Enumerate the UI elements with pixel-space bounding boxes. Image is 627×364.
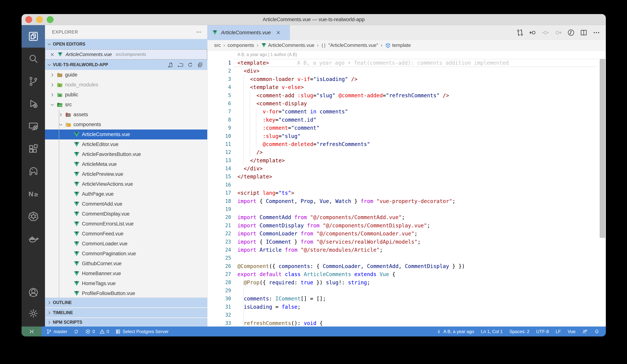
tree-item-ArticleFavoritesButton-vue[interactable]: ArticleFavoritesButton.vue	[45, 149, 207, 159]
change-indicator-button[interactable]	[542, 29, 549, 36]
code-line-24[interactable]: 24import Article from "@/store/modules/A…	[208, 246, 606, 254]
section-outline[interactable]: OUTLINE	[45, 298, 207, 308]
code-line-4[interactable]: 4 <template v-else>	[208, 83, 606, 91]
code-line-29[interactable]: 29	[208, 287, 606, 295]
tree-item-assets[interactable]: assets	[45, 110, 207, 120]
open-editor-item[interactable]: ArticleComments.vue src/components	[45, 49, 207, 60]
breadcrumb-item[interactable]: src	[214, 42, 221, 48]
tree-item-components[interactable]: components	[45, 120, 207, 130]
code-line-18[interactable]: 18import { Component, Prop, Vue, Watch }…	[208, 197, 606, 205]
new-file-button[interactable]	[168, 62, 173, 68]
code-line-13[interactable]: 13 </template>	[208, 156, 606, 164]
code-line-33[interactable]: 33 refreshComments(): void {	[208, 319, 606, 327]
status-encoding[interactable]: UTF-8	[536, 329, 549, 334]
code-line-22[interactable]: 22import CommonLoader from "@/components…	[208, 230, 606, 238]
tree-item-CommonErrorsList-vue[interactable]: CommonErrorsList.vue	[45, 219, 207, 229]
code-line-17[interactable]: 17<script lang="ts">	[208, 189, 606, 197]
activity-item-remote-explorer[interactable]	[22, 115, 45, 138]
status-feedback[interactable]	[582, 329, 587, 334]
status-indentation[interactable]: Spaces: 2	[509, 329, 529, 334]
status-language-mode[interactable]: Vue	[568, 329, 575, 334]
close-icon[interactable]	[50, 52, 55, 57]
breadcrumb-item[interactable]: components	[227, 42, 254, 48]
tree-item-HomeBanner-vue[interactable]: HomeBanner.vue	[45, 269, 207, 278]
tree-item-CommentDisplay-vue[interactable]: CommentDisplay.vue	[45, 209, 207, 219]
remote-indicator[interactable]	[22, 326, 42, 336]
code-editor[interactable]: 1<template>A B, a year ago • feat(commen…	[208, 59, 606, 326]
activity-item-accounts[interactable]	[22, 282, 45, 303]
code-line-2[interactable]: 2 <div>	[208, 67, 606, 75]
code-line-9[interactable]: 9 :comment="comment"	[208, 124, 606, 132]
tab-article-comments[interactable]: ArticleComments.vue	[208, 25, 290, 40]
code-line-11[interactable]: 11 @comment-deleted="refreshComments"	[208, 140, 606, 148]
section-timeline[interactable]: TIMELINE	[45, 308, 207, 318]
zoom-window-button[interactable]	[47, 16, 53, 23]
close-tab-icon[interactable]	[276, 30, 281, 35]
code-line-6[interactable]: 6 <comment-display	[208, 100, 606, 107]
code-line-1[interactable]: 1<template>A B, a year ago • feat(commen…	[208, 59, 606, 67]
tree-item-ArticleComments-vue[interactable]: ArticleComments.vue	[45, 130, 207, 139]
tree-item-ArticleViewActions-vue[interactable]: ArticleViewActions.vue	[45, 179, 207, 189]
breadcrumb-item[interactable]: { }"ArticleComments.vue"	[321, 42, 378, 48]
split-editor-button[interactable]	[580, 29, 587, 36]
activity-item-postgresql[interactable]	[22, 160, 45, 183]
new-folder-button[interactable]	[178, 62, 183, 68]
tree-item-CommonLoader-vue[interactable]: CommonLoader.vue	[45, 239, 207, 249]
activity-item-nx-console[interactable]: N≥	[22, 183, 45, 205]
status-blame[interactable]: A B, a year ago	[436, 329, 474, 334]
tree-item-CommonPagination-vue[interactable]: CommonPagination.vue	[45, 249, 207, 259]
code-line-16[interactable]: 16	[208, 181, 606, 189]
status-problems[interactable]: 00	[85, 329, 109, 334]
code-line-23[interactable]: 23import { IComment } from "@/services/r…	[208, 238, 606, 246]
collapse-all-button[interactable]	[197, 62, 203, 68]
activity-item-extensions[interactable]	[22, 138, 45, 160]
section-npm-scripts[interactable]: NPM SCRIPTS	[45, 318, 207, 326]
tree-item-ArticlePreview-vue[interactable]: ArticlePreview.vue	[45, 169, 207, 179]
status-eol[interactable]: LF	[556, 329, 561, 334]
tree-item-public[interactable]: public	[45, 90, 207, 100]
next-change-button[interactable]	[555, 29, 562, 36]
tree-item-AuthPage-vue[interactable]: AuthPage.vue	[45, 189, 207, 199]
tree-item-src[interactable]: </>src	[45, 100, 207, 110]
status-postgres-server[interactable]: Select Postgres Server	[115, 329, 168, 334]
code-line-32[interactable]: 32	[208, 311, 606, 319]
tree-item-ArticleEditor-vue[interactable]: ArticleEditor.vue	[45, 139, 207, 149]
tree-item-CommonFeed-vue[interactable]: CommonFeed.vue	[45, 229, 207, 239]
breadcrumb-item[interactable]: ArticleComments.vue	[261, 42, 314, 48]
tree-item-ProfileFollowButton-vue[interactable]: ProfileFollowButton.vue	[45, 288, 207, 298]
breadcrumb-item[interactable]: template	[385, 42, 411, 48]
activity-item-settings[interactable]	[22, 303, 45, 324]
code-line-10[interactable]: 10 :slug="slug"	[208, 132, 606, 140]
activity-item-search[interactable]	[22, 48, 45, 70]
code-line-21[interactable]: 21import CommentDisplay from "@/componen…	[208, 221, 606, 230]
activity-item-source-control[interactable]	[22, 70, 45, 93]
refresh-button[interactable]	[187, 62, 193, 68]
close-window-button[interactable]	[25, 16, 32, 23]
file-history-button[interactable]	[567, 29, 575, 36]
code-line-31[interactable]: 31 isLoading = false;	[208, 303, 606, 311]
code-line-8[interactable]: 8 :key="comment.id"	[208, 116, 606, 124]
code-line-20[interactable]: 20import CommentAdd from "@/components/C…	[208, 213, 606, 221]
explorer-more-actions-button[interactable]	[196, 29, 202, 35]
tree-item-ArticleMeta-vue[interactable]: ArticleMeta.vue	[45, 159, 207, 169]
code-line-15[interactable]: 15</template>	[208, 173, 606, 181]
minimize-window-button[interactable]	[36, 16, 43, 23]
tree-item-guide[interactable]: guide	[45, 70, 207, 80]
tree-item-GithubCorner-vue[interactable]: GithubCorner.vue	[45, 259, 207, 269]
status-notifications[interactable]	[594, 329, 599, 334]
code-line-19[interactable]: 19	[208, 205, 606, 213]
code-line-30[interactable]: 30 comments: IComment[] = [];	[208, 295, 606, 303]
code-line-3[interactable]: 3 <common-loader v-if="isLoading" />	[208, 75, 606, 83]
more-actions-button[interactable]	[593, 29, 600, 36]
activity-item-docker[interactable]	[22, 228, 45, 250]
code-line-14[interactable]: 14 </div>	[208, 164, 606, 173]
previous-change-button[interactable]	[529, 29, 536, 36]
status-git-branch[interactable]: master	[47, 329, 67, 334]
open-changes-button[interactable]	[516, 29, 524, 36]
tree-item-HomeTags-vue[interactable]: HomeTags.vue	[45, 278, 207, 288]
project-section-header[interactable]: VUE-TS-REALWORLD-APP	[45, 60, 207, 70]
tree-item-CommentAdd-vue[interactable]: CommentAdd.vue	[45, 199, 207, 209]
tree-item-node_modules[interactable]: JSnode_modules	[45, 80, 207, 90]
code-line-26[interactable]: 26@Component({ components: { CommonLoade…	[208, 262, 606, 270]
code-line-25[interactable]: 25	[208, 254, 606, 262]
